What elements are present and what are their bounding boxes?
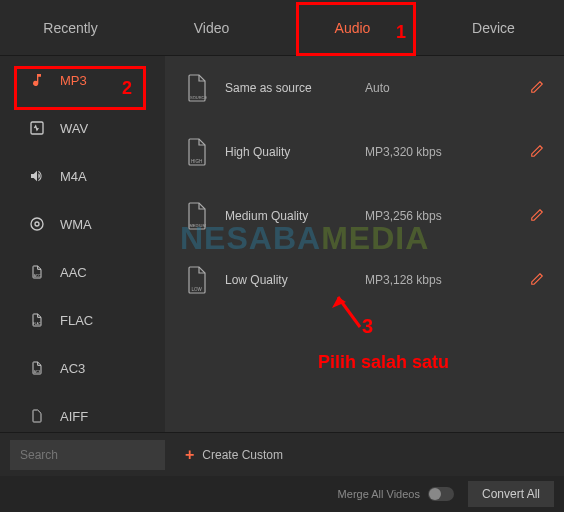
preset-name: Same as source <box>225 81 365 95</box>
tab-label: Recently <box>43 20 97 36</box>
tab-device[interactable]: Device <box>423 0 564 55</box>
tab-label: Audio <box>335 20 371 36</box>
svg-text:MEDIUM: MEDIUM <box>190 223 206 228</box>
ac3-icon: AC3 <box>28 359 46 377</box>
toggle-icon <box>428 487 454 501</box>
music-note-icon <box>28 71 46 89</box>
plus-icon: + <box>185 446 194 464</box>
footer: Merge All Videos Convert All <box>0 476 564 512</box>
svg-text:LOW: LOW <box>192 287 203 292</box>
preset-name: Medium Quality <box>225 209 365 223</box>
svg-text:SOURCE: SOURCE <box>190 95 207 100</box>
merge-toggle[interactable]: Merge All Videos <box>338 487 454 501</box>
search-input[interactable] <box>10 440 165 470</box>
preset-spec: MP3,128 kbps <box>365 273 530 287</box>
sidebar-item-label: MP3 <box>60 73 87 88</box>
bottom-bar: + Create Custom <box>0 432 564 476</box>
preset-name: Low Quality <box>225 273 365 287</box>
preset-high-quality[interactable]: HIGH High Quality MP3,320 kbps <box>165 120 564 184</box>
preset-medium-quality[interactable]: MEDIUM Medium Quality MP3,256 kbps <box>165 184 564 248</box>
svg-point-1 <box>31 218 43 230</box>
preset-spec: MP3,320 kbps <box>365 145 530 159</box>
flac-icon: FLAC <box>28 311 46 329</box>
aac-icon: ACC <box>28 263 46 281</box>
edit-icon[interactable] <box>530 144 546 160</box>
preset-name: High Quality <box>225 145 365 159</box>
sidebar-item-aac[interactable]: ACC AAC <box>0 248 165 296</box>
preset-list: SOURCE Same as source Auto HIGH High Qua… <box>165 56 564 432</box>
preset-low-quality[interactable]: LOW Low Quality MP3,128 kbps <box>165 248 564 312</box>
top-tabs: Recently Video Audio Device <box>0 0 564 56</box>
svg-text:HIGH: HIGH <box>191 159 202 164</box>
file-icon: MEDIUM <box>183 201 209 231</box>
format-sidebar: MP3 WAV M4A WMA ACC AAC FLAC FLAC <box>0 56 165 432</box>
sidebar-item-label: AIFF <box>60 409 88 424</box>
aiff-icon <box>28 407 46 425</box>
preset-spec: MP3,256 kbps <box>365 209 530 223</box>
preset-spec: Auto <box>365 81 530 95</box>
file-icon: HIGH <box>183 137 209 167</box>
svg-text:FLAC: FLAC <box>33 322 42 326</box>
merge-label: Merge All Videos <box>338 488 420 500</box>
sidebar-item-wav[interactable]: WAV <box>0 104 165 152</box>
sidebar-item-label: M4A <box>60 169 87 184</box>
tab-video[interactable]: Video <box>141 0 282 55</box>
sidebar-item-wma[interactable]: WMA <box>0 200 165 248</box>
audio-icon <box>28 215 46 233</box>
svg-text:AC3: AC3 <box>34 370 41 374</box>
svg-point-2 <box>35 222 39 226</box>
sidebar-item-label: WMA <box>60 217 92 232</box>
svg-text:ACC: ACC <box>34 274 42 278</box>
tab-audio[interactable]: Audio <box>282 0 423 55</box>
convert-all-button[interactable]: Convert All <box>468 481 554 507</box>
wave-icon <box>28 119 46 137</box>
sidebar-item-m4a[interactable]: M4A <box>0 152 165 200</box>
sidebar-item-ac3[interactable]: AC3 AC3 <box>0 344 165 392</box>
sidebar-item-label: AC3 <box>60 361 85 376</box>
sidebar-item-mp3[interactable]: MP3 <box>0 56 165 104</box>
preset-same-as-source[interactable]: SOURCE Same as source Auto <box>165 56 564 120</box>
sidebar-item-label: AAC <box>60 265 87 280</box>
sidebar-item-label: FLAC <box>60 313 93 328</box>
sound-icon <box>28 167 46 185</box>
edit-icon[interactable] <box>530 272 546 288</box>
edit-icon[interactable] <box>530 80 546 96</box>
sidebar-item-flac[interactable]: FLAC FLAC <box>0 296 165 344</box>
file-icon: LOW <box>183 265 209 295</box>
file-icon: SOURCE <box>183 73 209 103</box>
sidebar-item-aiff[interactable]: AIFF <box>0 392 165 432</box>
create-custom-button[interactable]: + Create Custom <box>185 446 283 464</box>
edit-icon[interactable] <box>530 208 546 224</box>
tab-recently[interactable]: Recently <box>0 0 141 55</box>
tab-label: Video <box>194 20 230 36</box>
tab-label: Device <box>472 20 515 36</box>
sidebar-item-label: WAV <box>60 121 88 136</box>
create-custom-label: Create Custom <box>202 448 283 462</box>
